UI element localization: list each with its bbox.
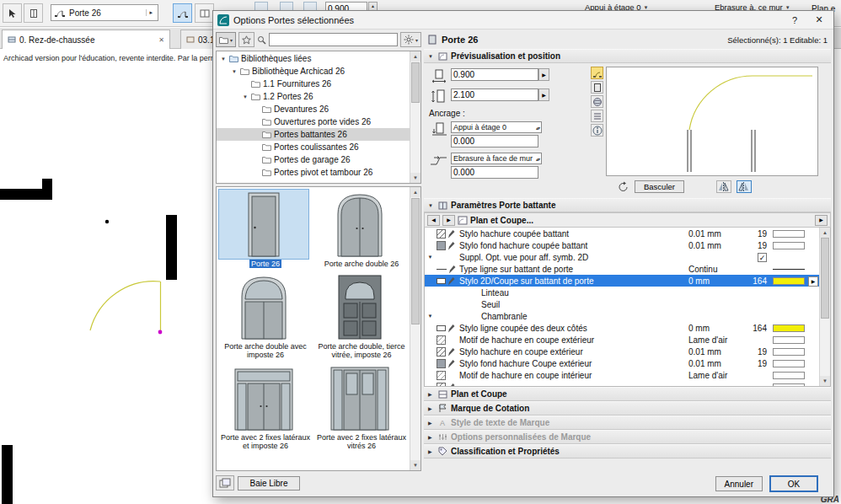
tree-scrollbar[interactable]: ▲▼ [410, 51, 420, 183]
tree-item[interactable]: Portes battantes 26 [217, 128, 410, 141]
nav-back-button[interactable]: ◀ [427, 215, 440, 226]
section-preview-position[interactable]: ▼Prévisualisation et position [424, 49, 831, 63]
param-row[interactable] [425, 381, 819, 387]
thumbnail-1[interactable]: Porte arche double 26 [315, 190, 408, 268]
stepper-icon[interactable]: ▴▾ [536, 125, 539, 131]
param-row[interactable]: Stylo fond hachure Coupe extérieur0.01 m… [425, 357, 819, 369]
color-swatch[interactable] [773, 360, 805, 367]
section-door-parameters[interactable]: ▼Paramètres Porte battante [424, 198, 831, 212]
scroll-down-icon[interactable]: ▼ [820, 376, 830, 386]
dialog-titlebar[interactable]: Options Portes sélectionnées ? ✕ [213, 11, 833, 29]
param-row[interactable]: ▼Suppl. Opt. vue pour aff. symb. 2D✓ [425, 251, 819, 263]
color-swatch[interactable] [773, 383, 805, 388]
scrollbar-thumb[interactable] [411, 198, 420, 324]
preview-plan-button[interactable] [591, 67, 603, 79]
scroll-up-icon[interactable]: ▲ [410, 51, 420, 62]
param-row[interactable]: Stylo 2D/Coupe sur battant de porte0 mm1… [425, 275, 819, 287]
ok-button[interactable]: OK [770, 476, 817, 491]
nav-forward-button[interactable]: ▶ [442, 215, 455, 226]
tab-rez-de-chaussee[interactable]: 0. Rez-de-chaussée ✕ [2, 29, 170, 49]
door-tool-button[interactable] [173, 3, 192, 23]
tree-item[interactable]: ▼Bibliothèque Archicad 26 [217, 65, 410, 78]
anchor-select[interactable]: Appui à étage 0▴▾ [451, 121, 542, 133]
param-row[interactable]: Linteau [425, 287, 819, 298]
load-other-object-button[interactable] [216, 475, 234, 491]
scroll-down-icon[interactable]: ▼ [410, 460, 420, 470]
twisty-icon[interactable]: ▼ [241, 94, 249, 99]
combo-flyout-arrow[interactable]: ▸ [146, 9, 155, 16]
stepper-icon[interactable]: ▴▾ [536, 156, 539, 162]
door-preview-canvas[interactable] [606, 67, 818, 176]
arrow-tool-button[interactable] [3, 3, 22, 23]
param-row[interactable]: Stylo ligne coupée des deux côtés0 mm164 [425, 322, 819, 334]
section-classification[interactable]: ▶Classification et Propriétés [424, 444, 831, 458]
tree-item[interactable]: Devantures 26 [217, 103, 410, 115]
color-swatch[interactable] [773, 230, 805, 238]
mirror-left-button[interactable] [716, 180, 731, 193]
param-row[interactable]: Stylo hachure en coupe extérieur0.01 mm1… [425, 346, 819, 357]
preview-info-button[interactable] [591, 124, 603, 137]
door-width-input[interactable] [451, 68, 538, 81]
preview-elevation-button[interactable] [591, 81, 603, 94]
reveal-select[interactable]: Ebrasure à face de mur▴▾ [451, 153, 542, 164]
scrollbar-thumb[interactable] [411, 62, 420, 103]
color-swatch-yellow[interactable] [773, 277, 805, 285]
scroll-down-icon[interactable]: ▼ [410, 173, 420, 183]
scrollbar-thumb[interactable] [821, 238, 829, 319]
param-row[interactable]: Stylo fond hachure coupée battant0.01 mm… [425, 239, 819, 251]
param-row[interactable]: Type ligne sur battant de porteContinu [425, 263, 819, 275]
element-type-combo[interactable]: Porte 26 ▸ [51, 4, 158, 21]
scroll-up-icon[interactable]: ▲ [820, 228, 830, 238]
preview-list-button[interactable] [591, 110, 603, 122]
tree-item[interactable]: Ouvertures porte vides 26 [217, 115, 410, 128]
color-swatch-yellow[interactable] [773, 324, 805, 332]
param-row[interactable]: Motif de hachure en coupe extérieurLame … [425, 334, 819, 346]
anchor-offset-input[interactable] [451, 135, 538, 147]
twisty-icon[interactable]: ▼ [219, 56, 228, 62]
parameter-scrollbar[interactable]: ▲▼ [819, 228, 830, 386]
thumbnail-3[interactable]: Porte arche double, tierce vitrée, impos… [315, 272, 408, 359]
tree-item[interactable]: Portes pivot et tambour 26 [217, 166, 410, 179]
width-flyout-button[interactable]: ▶ [538, 68, 549, 81]
free-opening-button[interactable]: Baie Libre [238, 476, 300, 491]
color-swatch[interactable] [773, 348, 805, 356]
twisty-icon[interactable]: ▼ [425, 255, 436, 260]
thumbnail-2[interactable]: Porte arche double avec imposte 26 [219, 272, 312, 359]
thumbnail-scrollbar[interactable]: ▲▼ [410, 187, 420, 470]
thumbnail-5[interactable]: Porte avec 2 fixes latéraux vitrés 26 [315, 363, 408, 450]
nav-next-page-button[interactable]: ▶ [815, 215, 828, 226]
tree-item[interactable]: ▼1.2 Portes 26 [217, 90, 410, 103]
color-swatch[interactable] [773, 372, 805, 379]
tree-item[interactable]: 1.1 Fournitures 26 [217, 78, 410, 90]
search-input[interactable] [269, 33, 398, 46]
checkbox-checked[interactable]: ✓ [758, 253, 767, 262]
rotate-icon[interactable] [618, 181, 629, 192]
flip-button[interactable]: Basculer [635, 180, 684, 193]
favorites-button[interactable] [238, 32, 254, 47]
help-button[interactable]: ? [785, 13, 805, 28]
search-settings-button[interactable]: ▾ [400, 32, 421, 47]
browser-mode-button[interactable]: ▾ [216, 32, 236, 47]
close-button[interactable]: ✕ [809, 13, 829, 28]
color-swatch[interactable] [773, 242, 805, 249]
color-swatch[interactable] [773, 336, 805, 344]
param-row[interactable]: Seuil [425, 298, 819, 310]
reveal-offset-input[interactable] [451, 166, 538, 179]
tree-item[interactable]: Portes de garage 26 [217, 153, 410, 166]
twisty-icon[interactable]: ▼ [230, 69, 238, 74]
param-row[interactable]: Stylo hachure coupée battant0.01 mm19 [425, 228, 819, 239]
tree-item[interactable]: ▼Bibliothèques liées [217, 52, 410, 65]
tree-item[interactable]: Portes coulissantes 26 [217, 141, 410, 153]
scroll-up-icon[interactable]: ▲ [410, 187, 420, 197]
preview-3d-button[interactable] [591, 95, 603, 108]
mirror-right-button[interactable] [737, 180, 752, 193]
cancel-button[interactable]: Annuler [715, 476, 763, 491]
height-flyout-button[interactable]: ▶ [538, 88, 549, 101]
section-marque-cotation[interactable]: ▶Marque de Cotation [424, 401, 831, 416]
section-plan-coupe[interactable]: ▶Plan et Coupe [424, 387, 831, 401]
twisty-icon[interactable]: ▼ [425, 314, 436, 319]
thumbnail-4[interactable]: Porte avec 2 fixes latéraux et imposte 2… [219, 363, 312, 450]
toolbar-extra-button[interactable] [195, 3, 214, 23]
door-height-input[interactable] [451, 88, 538, 101]
tab-close-icon[interactable]: ✕ [158, 36, 164, 44]
